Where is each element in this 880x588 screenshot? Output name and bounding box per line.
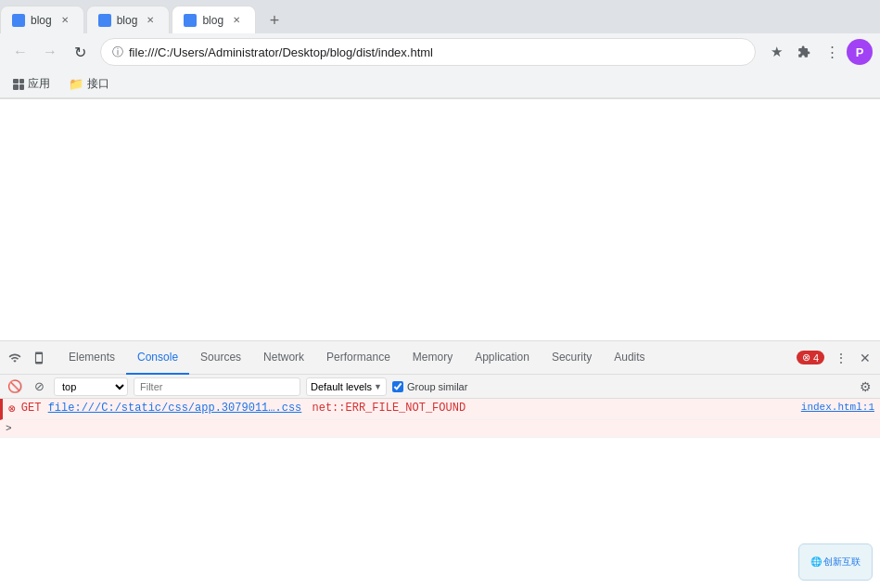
forward-button[interactable]: → [37, 39, 63, 65]
watermark: 🌐 创新互联 [798, 543, 873, 581]
lock-icon: ⓘ [112, 45, 123, 60]
devtools-tab-sources[interactable]: Sources [189, 341, 252, 375]
error-entry-icon: ⊗ [8, 402, 16, 416]
console-continuation-entry: > [0, 420, 880, 438]
browser-tab-2[interactable]: blog ✕ [86, 6, 171, 33]
devtools-device-button[interactable] [28, 347, 50, 369]
tab-close-2[interactable]: ✕ [143, 13, 158, 28]
error-url[interactable]: file:///C:/static/css/app.3079011….css [48, 402, 302, 415]
bookmark-folder[interactable]: 📁 接口 [63, 74, 115, 94]
group-similar-label[interactable]: Group similar [392, 381, 467, 392]
devtools-tab-memory[interactable]: Memory [402, 341, 464, 375]
levels-label: Default levels [311, 381, 372, 392]
console-clear-button[interactable]: 🚫 [6, 377, 24, 396]
devtools-tabs-bar: Elements Console Sources Network Perform… [0, 341, 880, 375]
tab-title-3: blog [202, 14, 223, 27]
nav-right-buttons: ★ ⋮ P [763, 39, 873, 65]
devtools-panel: Elements Console Sources Network Perform… [0, 340, 880, 438]
browser-tab-3[interactable]: blog ✕ [172, 6, 256, 33]
levels-dropdown-arrow: ▼ [374, 382, 382, 391]
reload-button[interactable]: ↻ [67, 39, 93, 65]
console-log: ⊗ GET file:///C:/static/css/app.3079011…… [0, 399, 880, 438]
context-selector[interactable]: top [54, 377, 128, 396]
bookmark-apps[interactable]: 应用 [7, 74, 56, 94]
devtools-tab-audits[interactable]: Audits [603, 341, 656, 375]
tab-bar: blog ✕ blog ✕ blog ✕ + [0, 0, 880, 33]
devtools-tab-console[interactable]: Console [126, 341, 189, 375]
page-content [0, 99, 880, 340]
console-settings-button[interactable]: ⚙ [856, 377, 874, 396]
bookmarks-bar: 应用 📁 接口 [0, 70, 880, 98]
console-filter-input[interactable] [134, 377, 300, 396]
devtools-left-buttons [4, 347, 50, 369]
menu-button[interactable]: ⋮ [819, 39, 845, 65]
browser-tab-1[interactable]: blog ✕ [0, 6, 84, 33]
bookmark-apps-label: 应用 [28, 76, 50, 92]
bookmark-folder-label: 接口 [87, 76, 109, 92]
devtools-tab-application[interactable]: Application [464, 341, 541, 375]
profile-button[interactable]: P [847, 39, 873, 65]
error-badge-icon: ⊗ [802, 352, 810, 364]
console-toolbar: 🚫 ⊘ top Default levels ▼ Group similar ⚙ [0, 375, 880, 399]
tab-favicon-2 [98, 14, 111, 27]
navigation-bar: ← → ↻ ⓘ ★ ⋮ P [0, 33, 880, 70]
folder-icon: 📁 [69, 77, 83, 91]
devtools-close-button[interactable]: ✕ [854, 347, 876, 369]
new-tab-button[interactable]: + [261, 7, 287, 33]
tab-title-1: blog [31, 14, 52, 27]
devtools-tab-network[interactable]: Network [252, 341, 315, 375]
error-message: net::ERR_FILE_NOT_FOUND [312, 402, 466, 415]
error-count-badge: ⊗ 4 [797, 351, 824, 364]
levels-dropdown[interactable]: Default levels ▼ [306, 377, 387, 396]
tab-favicon-1 [12, 14, 25, 27]
console-filter-button[interactable]: ⊘ [30, 377, 48, 396]
group-similar-checkbox[interactable] [392, 381, 403, 392]
error-method: GET [21, 402, 42, 415]
devtools-tab-elements[interactable]: Elements [57, 341, 126, 375]
apps-icon [13, 79, 24, 90]
error-entry-text: GET file:///C:/static/css/app.3079011….c… [21, 402, 794, 415]
bookmark-star-button[interactable]: ★ [763, 39, 789, 65]
continuation-arrow: > [6, 423, 12, 434]
devtools-inspect-button[interactable] [4, 347, 26, 369]
devtools-right-buttons: ⊗ 4 ⋮ ✕ [797, 347, 876, 369]
error-badge-count: 4 [813, 352, 819, 364]
tab-favicon-3 [184, 14, 197, 27]
address-bar-container[interactable]: ⓘ [100, 38, 756, 66]
tab-close-1[interactable]: ✕ [57, 13, 72, 28]
back-button[interactable]: ← [7, 39, 33, 65]
devtools-tab-security[interactable]: Security [541, 341, 603, 375]
devtools-tab-performance[interactable]: Performance [315, 341, 402, 375]
console-error-entry: ⊗ GET file:///C:/static/css/app.3079011…… [0, 399, 880, 420]
address-input[interactable] [129, 45, 744, 59]
tab-close-3[interactable]: ✕ [229, 13, 244, 28]
extensions-button[interactable] [791, 39, 817, 65]
devtools-more-button[interactable]: ⋮ [830, 347, 852, 369]
error-source-link[interactable]: index.html:1 [794, 402, 874, 413]
tab-title-2: blog [117, 14, 138, 27]
group-similar-text: Group similar [407, 381, 467, 392]
